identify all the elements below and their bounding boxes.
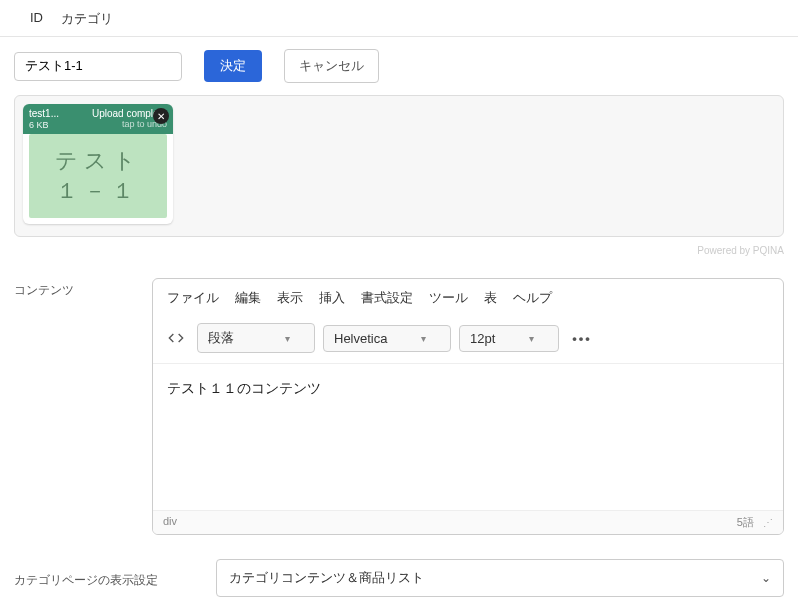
editor-body[interactable]: テスト１１のコンテンツ — [153, 364, 783, 510]
submit-button[interactable]: 決定 — [204, 50, 262, 82]
editor-word-count[interactable]: 5語 — [737, 516, 754, 528]
upload-thumbnail: テスト １－１ — [29, 134, 167, 218]
editor-statusbar: div 5語 ⋰ — [153, 510, 783, 534]
id-label: ID — [30, 10, 43, 28]
thumb-text-line2: １－１ — [56, 176, 140, 206]
menu-insert[interactable]: 挿入 — [319, 289, 345, 307]
menu-file[interactable]: ファイル — [167, 289, 219, 307]
menu-tools[interactable]: ツール — [429, 289, 468, 307]
font-family-select[interactable]: Helvetica ▾ — [323, 325, 451, 352]
chevron-down-icon: ▾ — [421, 333, 426, 344]
display-setting-label: カテゴリページの表示設定 — [14, 568, 208, 589]
upload-area[interactable]: test1... 6 KB Upload complete tap to und… — [14, 95, 784, 237]
more-icon[interactable]: ••• — [567, 331, 597, 346]
actions-row: 決定 キャンセル — [0, 37, 798, 95]
header-row: ID カテゴリ — [0, 0, 798, 37]
menu-table[interactable]: 表 — [484, 289, 497, 307]
display-setting-value: カテゴリコンテンツ＆商品リスト — [229, 569, 424, 587]
category-label: カテゴリ — [61, 10, 113, 28]
block-format-select[interactable]: 段落 ▾ — [197, 323, 315, 353]
menu-view[interactable]: 表示 — [277, 289, 303, 307]
font-size-value: 12pt — [470, 331, 495, 346]
block-format-value: 段落 — [208, 329, 234, 347]
display-setting-select[interactable]: カテゴリコンテンツ＆商品リスト ⌄ — [216, 559, 784, 597]
chevron-down-icon: ⌄ — [761, 571, 771, 585]
menu-help[interactable]: ヘルプ — [513, 289, 552, 307]
source-code-icon[interactable] — [163, 325, 189, 351]
content-field-row: コンテンツ ファイル 編集 表示 挿入 書式設定 ツール 表 ヘルプ 段落 ▾ … — [0, 256, 798, 535]
editor-menubar: ファイル 編集 表示 挿入 書式設定 ツール 表 ヘルプ — [153, 279, 783, 317]
font-family-value: Helvetica — [334, 331, 387, 346]
font-size-select[interactable]: 12pt ▾ — [459, 325, 559, 352]
resize-grip-icon[interactable]: ⋰ — [763, 517, 773, 528]
upload-card: test1... 6 KB Upload complete tap to und… — [23, 104, 173, 224]
content-label: コンテンツ — [14, 278, 144, 535]
menu-edit[interactable]: 編集 — [235, 289, 261, 307]
cancel-button[interactable]: キャンセル — [284, 49, 379, 83]
editor-path[interactable]: div — [163, 515, 177, 530]
upload-file-name: test1... — [29, 108, 59, 119]
editor-toolbar: 段落 ▾ Helvetica ▾ 12pt ▾ ••• — [153, 317, 783, 364]
display-setting-row: カテゴリページの表示設定 カテゴリコンテンツ＆商品リスト ⌄ — [0, 535, 798, 607]
name-input[interactable] — [14, 52, 182, 81]
menu-format[interactable]: 書式設定 — [361, 289, 413, 307]
rich-text-editor: ファイル 編集 表示 挿入 書式設定 ツール 表 ヘルプ 段落 ▾ Helvet… — [152, 278, 784, 535]
thumb-text-line1: テスト — [55, 146, 142, 176]
chevron-down-icon: ▾ — [285, 333, 290, 344]
close-icon[interactable]: ✕ — [153, 108, 169, 124]
upload-file-size: 6 KB — [29, 120, 59, 130]
chevron-down-icon: ▾ — [529, 333, 534, 344]
upload-card-header: test1... 6 KB Upload complete tap to und… — [23, 104, 173, 134]
powered-by: Powered by PQINA — [0, 243, 798, 256]
